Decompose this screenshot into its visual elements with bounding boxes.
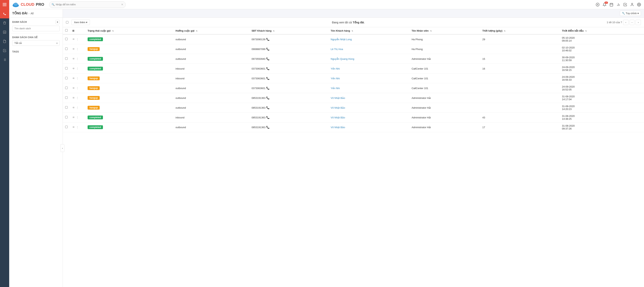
customer-link[interactable]: Yến Nhi	[330, 77, 340, 80]
sidebar-item-phone[interactable]	[0, 9, 9, 18]
phone-icon[interactable]: 📞	[266, 67, 270, 70]
tasks-button[interactable]	[623, 3, 627, 6]
customer-link[interactable]: Võ Nhật Bảo	[330, 96, 345, 100]
row-checkbox-8[interactable]	[65, 116, 68, 118]
notifications-button[interactable]: 22	[602, 3, 606, 6]
shared-select[interactable]: Tất cả	[12, 40, 60, 46]
sidebar-item-trash[interactable]	[0, 18, 9, 28]
prev-page-button[interactable]: ‹	[623, 20, 628, 25]
row-more-icon[interactable]: ⋮	[76, 48, 79, 50]
row-view-icon[interactable]: 👁	[72, 106, 75, 109]
th-time[interactable]: Thời điểm bắt đầu ⇅	[560, 27, 644, 34]
row-view-icon[interactable]: 👁	[72, 48, 75, 50]
row-more-icon[interactable]: ⋮	[76, 96, 79, 100]
xem-them-button[interactable]: Xem thêm ▾	[72, 20, 90, 25]
clear-search-icon[interactable]: ✕	[121, 3, 123, 6]
phone-icon[interactable]: 📞	[266, 38, 270, 41]
row-view-icon[interactable]: 👁	[72, 67, 75, 70]
customer-link[interactable]: Yến Nhi	[330, 67, 340, 70]
search-bar[interactable]: 🔍 ✕	[49, 1, 126, 8]
collapse-sidebar-button[interactable]: ‹	[60, 144, 64, 152]
customize-button[interactable]: 🔧 Tùy chỉnh ▾	[620, 11, 641, 16]
phone-icon[interactable]: 📞	[266, 106, 270, 109]
row-status-cell: completed	[85, 113, 173, 122]
next-page-button[interactable]: ›	[636, 20, 641, 25]
row-more-icon[interactable]: ⋮	[76, 67, 79, 70]
th-employee[interactable]: Tên Nhân viên ⇅	[409, 27, 480, 34]
row-more-icon[interactable]: ⋮	[76, 116, 79, 119]
customer-link[interactable]: Yến Nhi	[330, 87, 340, 90]
status-badge: hangup	[88, 86, 100, 90]
row-actions: 👁 ⋮	[72, 96, 83, 100]
row-more-icon[interactable]: ⋮	[76, 86, 79, 90]
phone-icon[interactable]: 📞	[266, 96, 270, 100]
row-checkbox-2[interactable]	[65, 57, 68, 60]
row-actions-cell: 👁 ⋮	[70, 122, 85, 132]
customer-link[interactable]: Lê Thị Hoa	[330, 48, 343, 50]
th-customer[interactable]: Tên Khách hàng ⇅	[328, 27, 409, 34]
th-direction[interactable]: Hướng cuộc gọi ⇅	[173, 27, 249, 34]
phone-icon[interactable]: 📞	[266, 86, 270, 90]
row-checkbox-7[interactable]	[65, 106, 68, 109]
row-view-icon[interactable]: 👁	[72, 86, 75, 90]
page-to: 10	[612, 21, 615, 24]
row-duration: 29	[482, 38, 485, 41]
customer-link[interactable]: Nguyễn Nhật Long	[330, 38, 352, 41]
header-checkbox[interactable]	[65, 29, 68, 32]
search-input[interactable]	[56, 3, 121, 6]
row-more-icon[interactable]: ⋮	[76, 126, 79, 129]
row-view-icon[interactable]: 👁	[72, 126, 75, 129]
search-list-input[interactable]	[12, 26, 60, 31]
th-duration[interactable]: Thời lượng (giây) ⇅	[480, 27, 560, 34]
phone-icon[interactable]: 📞	[266, 77, 270, 80]
row-time-cell: 31-08-2020 09:37:26	[560, 122, 644, 132]
row-checkbox-4[interactable]	[65, 77, 68, 79]
row-checkbox-9[interactable]	[65, 126, 68, 128]
phone-cell: 0973550940 📞	[252, 57, 326, 60]
customer-link[interactable]: Nguyễn Quang Hùng	[330, 58, 354, 60]
row-checkbox-3[interactable]	[65, 67, 68, 70]
phone-icon[interactable]: 📞	[266, 48, 270, 50]
phone-icon[interactable]: 📞	[266, 57, 270, 60]
sidebar-item-reports[interactable]	[0, 28, 9, 37]
chart-button[interactable]	[616, 3, 620, 6]
row-view-icon[interactable]: 👁	[72, 57, 75, 60]
phone-icon[interactable]: 📞	[266, 116, 270, 119]
add-button[interactable]	[596, 3, 600, 6]
sidebar-item-tasks[interactable]	[0, 46, 9, 55]
customer-link[interactable]: Võ Nhật Bảo	[330, 116, 345, 119]
row-view-icon[interactable]: 👁	[72, 38, 75, 41]
row-more-icon[interactable]: ⋮	[76, 77, 79, 80]
phone-icon[interactable]: 📞	[266, 126, 270, 129]
row-duration-cell: 29	[480, 34, 560, 44]
row-checkbox-6[interactable]	[65, 96, 68, 99]
hamburger-menu-button[interactable]	[0, 0, 9, 9]
row-checkbox-0[interactable]	[65, 38, 68, 40]
table-row: 👁 ⋮ completed outbound 0853191363 📞 Võ N…	[63, 122, 644, 132]
row-employee-cell: Administrator Hải	[409, 113, 480, 122]
row-view-icon[interactable]: 👁	[72, 77, 75, 80]
row-more-icon[interactable]: ⋮	[76, 38, 79, 41]
row-duration-cell: 16	[480, 64, 560, 74]
row-checkbox-1[interactable]	[65, 48, 68, 50]
customer-link[interactable]: Võ Nhật Bảo	[330, 126, 345, 129]
user-button[interactable]	[630, 3, 634, 6]
row-more-icon[interactable]: ⋮	[76, 106, 79, 109]
th-phone[interactable]: SĐT Khách hàng ⇅	[249, 27, 328, 34]
row-view-icon[interactable]: 👁	[72, 116, 75, 119]
select-all-checkbox[interactable]	[66, 21, 68, 24]
row-view-icon[interactable]: 👁	[72, 96, 75, 100]
sidebar-item-doc[interactable]	[0, 37, 9, 46]
row-actions: 👁 ⋮	[72, 67, 83, 70]
customer-link[interactable]: Võ Nhật Bảo	[330, 106, 345, 109]
row-checkbox-5[interactable]	[65, 86, 68, 89]
row-actions-cell: 👁 ⋮	[70, 103, 85, 113]
th-status[interactable]: Trạng thái cuộc gọi ⇅	[85, 27, 173, 34]
sidebar-item-list[interactable]	[0, 55, 9, 64]
row-time: 24-09-2020 16:52:05	[562, 85, 575, 91]
more-pages-button[interactable]: ···	[630, 20, 634, 25]
add-list-button[interactable]: +	[56, 20, 60, 24]
row-more-icon[interactable]: ⋮	[76, 57, 79, 60]
settings-button[interactable]	[637, 3, 641, 6]
calendar-button[interactable]	[610, 3, 613, 6]
